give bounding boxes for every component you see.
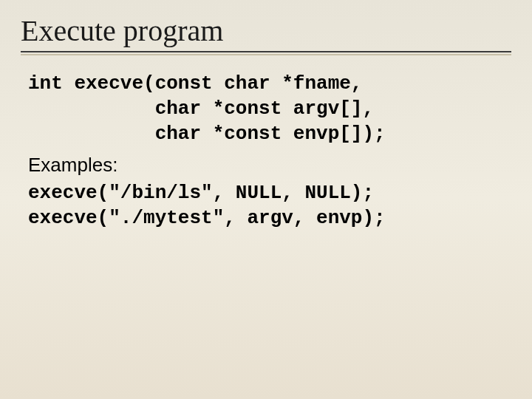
function-signature: int execve(const char *fname, char *cons… (28, 72, 504, 146)
page-title: Execute program (21, 13, 511, 48)
title-underline (21, 51, 511, 55)
code-line: int execve(const char *fname, (28, 72, 362, 95)
examples-heading: Examples: (28, 154, 504, 177)
slide: Execute program int execve(const char *f… (0, 0, 532, 399)
code-line: char *const envp[]); (28, 123, 386, 145)
code-line: char *const argv[], (28, 98, 374, 120)
code-line: execve("./mytest", argv, envp); (28, 207, 386, 229)
example-code: execve("/bin/ls", NULL, NULL); execve(".… (28, 181, 504, 231)
content-area: int execve(const char *fname, char *cons… (21, 72, 511, 231)
code-line: execve("/bin/ls", NULL, NULL); (28, 182, 374, 204)
